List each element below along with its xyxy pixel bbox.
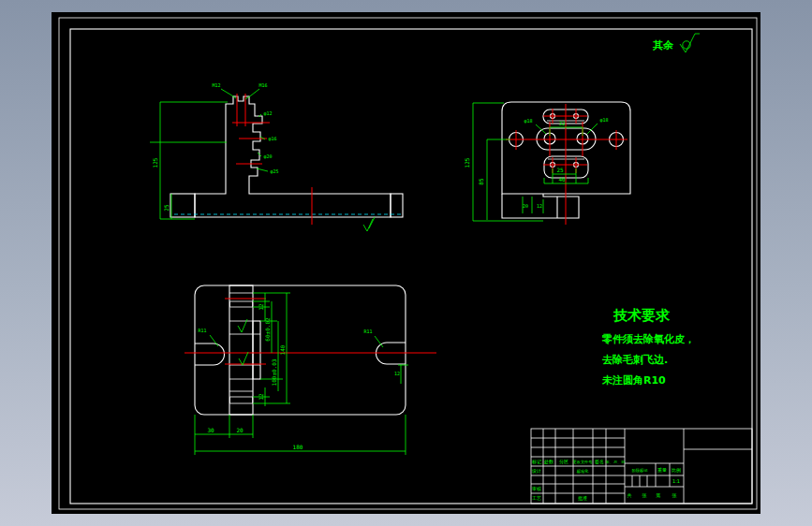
dim-step-2: 12: [537, 203, 542, 209]
dim-rib-1: 12: [258, 303, 264, 311]
tech-line-2: 去除毛刺飞边.: [602, 354, 668, 366]
tb-zone: 分区: [559, 459, 568, 464]
tech-title: 技术要求: [613, 307, 671, 324]
tb-sheet-unit2: 张: [672, 492, 677, 499]
rib-gap-bottom: [230, 397, 253, 403]
tb-design: 设计: [531, 468, 541, 474]
dim-boss-width: 40: [558, 176, 566, 183]
tb-mark: 标记: [531, 459, 541, 465]
tech-line-3: 未注圆角R10: [601, 374, 666, 387]
dim-hole-span: 32: [558, 120, 566, 126]
dim-base-height: 25: [163, 204, 170, 212]
hole-callout-right: φ18: [599, 117, 608, 124]
dim-rib-4: 100±0.03: [271, 358, 277, 386]
tech-line-1: 零件须去除氧化皮，: [601, 333, 695, 345]
step-callout-1: φ12: [263, 110, 272, 117]
rib-gap-top: [230, 301, 253, 307]
tb-process: 工艺: [532, 495, 541, 501]
thread-callout-1: M12: [212, 82, 220, 88]
dim-rib-2: 60±0.02: [264, 317, 271, 342]
dim-overall-width: 180: [293, 444, 303, 450]
hole-callout-left: φ18: [524, 118, 532, 124]
step-callout-3: φ20: [263, 153, 272, 160]
tb-sheet-total: 共: [627, 492, 632, 498]
tb-changefile: 更改文件号: [573, 460, 594, 464]
tb-count: 处数: [544, 459, 554, 465]
dim-notch: 12: [394, 371, 400, 376]
radius-callout-left: R11: [198, 328, 206, 333]
paper: [52, 12, 760, 514]
tb-scale-value: 1:1: [672, 478, 680, 484]
tb-scale: 比例: [672, 467, 681, 474]
dim-rib-5: 12: [258, 393, 264, 401]
tb-weight: 重量: [657, 467, 667, 473]
tb-sheet-no: 第: [657, 492, 661, 498]
rest-label: 其余: [652, 39, 674, 51]
tb-approve: 批准: [578, 495, 587, 502]
drawing-sheet: 其余: [0, 0, 812, 526]
tb-signature: 签名: [595, 459, 604, 465]
step-callout-2: φ16: [268, 136, 276, 142]
dim-bottom-1: 30: [207, 427, 214, 433]
dim-height: 125: [152, 157, 158, 168]
radius-callout-right: R11: [363, 329, 372, 334]
step-callout-4: φ25: [270, 168, 278, 175]
tb-check: 审核: [532, 486, 541, 491]
tb-date: 年、月、日: [606, 460, 626, 464]
thread-callout-2: M16: [258, 82, 267, 88]
dim-plate-partial: 85: [478, 178, 484, 185]
dim-rib-3: 140: [279, 344, 286, 355]
dim-step-1: 20: [523, 203, 528, 209]
dim-plate-height: 125: [464, 157, 470, 168]
cad-viewport: 其余: [0, 0, 812, 526]
dim-boss-holes: 25: [556, 167, 564, 173]
dim-bottom-2: 20: [236, 427, 244, 433]
tb-sheet-unit1: 张: [642, 492, 647, 499]
